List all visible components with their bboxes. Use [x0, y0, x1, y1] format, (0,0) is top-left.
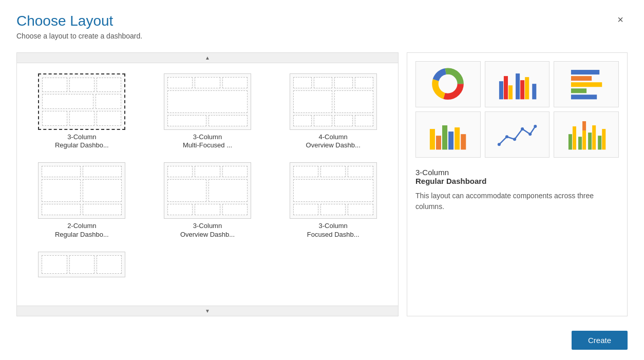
svg-rect-12	[571, 70, 599, 74]
thumb-cell	[167, 204, 193, 215]
layout-item-3col-overview[interactable]: 3-ColumnOverview Dashb...	[149, 160, 267, 241]
svg-point-28	[534, 125, 537, 128]
scroll-up-button[interactable]: ▲	[17, 53, 398, 63]
layout-item-partial[interactable]	[23, 250, 141, 282]
layout-item-3col-focused[interactable]: 3-ColumnFocused Dashb...	[274, 160, 392, 241]
create-button[interactable]: Create	[572, 331, 628, 350]
thumb-row	[167, 90, 248, 113]
svg-rect-8	[516, 73, 520, 99]
thumb-cell	[69, 255, 94, 274]
svg-rect-10	[525, 78, 529, 100]
layout-scroll-area[interactable]: 3-ColumnRegular Dashbo...	[17, 63, 398, 306]
thumb-cell	[293, 115, 312, 126]
thumb-cell	[293, 166, 318, 177]
thumb-cell	[355, 115, 373, 126]
layout-thumb-2col-regular	[38, 162, 125, 219]
thumb-cell	[167, 90, 248, 113]
bar2-svg	[419, 116, 477, 152]
svg-rect-29	[568, 135, 572, 150]
multibar-svg	[558, 116, 615, 152]
thumb-row	[167, 179, 248, 202]
thumb-cell	[83, 204, 122, 215]
thumb-row	[42, 204, 122, 215]
svg-rect-11	[532, 84, 536, 100]
layout-list-panel: ▲	[16, 52, 399, 316]
svg-rect-7	[508, 86, 513, 100]
thumb-row	[167, 204, 248, 215]
preview-chart-line	[485, 111, 550, 158]
thumb-cell	[320, 166, 346, 177]
thumb-cell	[348, 166, 373, 177]
preview-chart-multibar	[554, 111, 619, 158]
layout-thumb-3col-regular	[38, 73, 125, 130]
thumb-cell	[293, 90, 332, 113]
layout-item-label: 3-ColumnMulti-Focused ...	[183, 133, 232, 150]
svg-rect-15	[571, 89, 586, 93]
thumb-cell	[83, 179, 122, 202]
thumb-cell	[314, 77, 332, 88]
thumb-cell	[167, 115, 206, 126]
layout-item-3col-regular[interactable]: 3-ColumnRegular Dashbo...	[23, 71, 141, 153]
thumb-cell	[293, 179, 373, 202]
layout-grid: 3-ColumnRegular Dashbo...	[23, 71, 392, 283]
donut-chart-svg	[419, 66, 477, 102]
dialog-subtitle: Choose a layout to create a dashboard.	[16, 32, 142, 40]
svg-point-24	[505, 136, 508, 139]
preview-charts-grid	[415, 61, 619, 158]
close-button[interactable]: ×	[613, 12, 628, 27]
thumb-cell	[167, 166, 193, 177]
svg-rect-35	[592, 125, 596, 149]
layout-thumb-4col-overview	[290, 73, 377, 130]
preview-layout-name: 3-Column	[415, 168, 619, 177]
layout-item-label: 4-ColumnOverview Dashb...	[306, 133, 361, 150]
thumb-cell	[97, 111, 122, 126]
thumb-cell	[167, 77, 193, 88]
svg-rect-18	[436, 136, 441, 150]
thumb-cell	[348, 204, 373, 215]
svg-rect-14	[571, 83, 601, 87]
thumb-cell	[222, 204, 248, 215]
svg-rect-31	[578, 137, 582, 150]
svg-rect-17	[430, 129, 435, 150]
thumb-cell	[355, 77, 373, 88]
svg-rect-6	[504, 77, 508, 100]
layout-item-label: 3-ColumnFocused Dashb...	[307, 222, 359, 239]
thumb-cell	[42, 179, 81, 202]
thumb-cell	[42, 94, 93, 109]
scroll-down-button[interactable]: ▼	[17, 306, 398, 316]
thumb-cell	[293, 204, 318, 215]
svg-rect-37	[602, 129, 605, 150]
layout-item-3col-multifocused[interactable]: 3-ColumnMulti-Focused ...	[149, 71, 267, 153]
layout-thumb-3col-focused	[290, 162, 377, 219]
thumb-cell	[209, 179, 248, 202]
header-text: Choose Layout Choose a layout to create …	[16, 12, 142, 40]
thumb-cell	[195, 166, 220, 177]
svg-rect-13	[571, 77, 591, 81]
svg-rect-16	[571, 95, 596, 100]
thumb-row	[167, 115, 248, 126]
line-svg	[488, 116, 546, 152]
thumb-cell	[42, 204, 81, 215]
thumb-cell	[69, 78, 94, 92]
thumb-cell	[97, 78, 122, 92]
thumb-cell	[42, 255, 67, 274]
thumb-cell	[334, 77, 353, 88]
thumb-row	[293, 179, 373, 202]
dialog-header: Choose Layout Choose a layout to create …	[16, 12, 628, 40]
layout-thumb-3col-multifocused	[164, 73, 251, 130]
thumb-cell	[42, 78, 67, 92]
layout-item-2col-regular[interactable]: 2-ColumnRegular Dashbo...	[23, 160, 141, 241]
svg-point-23	[498, 143, 501, 146]
preview-layout-subname: Regular Dashboard	[415, 177, 619, 185]
svg-rect-5	[499, 82, 503, 100]
dialog-title: Choose Layout	[16, 12, 142, 30]
layout-item-4col-overview[interactable]: 4-ColumnOverview Dashb...	[274, 71, 392, 153]
layout-thumb-partial	[38, 252, 125, 277]
thumb-cell	[320, 204, 346, 215]
thumb-cell	[83, 166, 122, 177]
thumb-cell	[334, 115, 353, 126]
thumb-row	[293, 77, 373, 88]
svg-point-25	[513, 138, 516, 141]
thumb-row	[42, 78, 121, 92]
thumb-row	[293, 115, 373, 126]
